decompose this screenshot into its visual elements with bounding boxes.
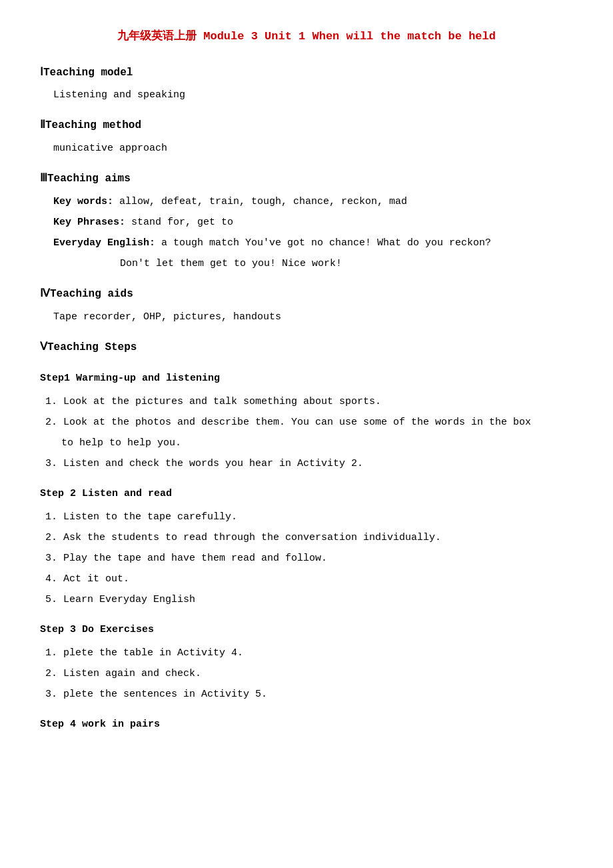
key-phrases-label: Key Phrases: (53, 217, 125, 228)
step3-item-1: 1. plete the table in Activity 4. (45, 644, 573, 662)
step1-item-1: 1. Look at the pictures and talk somethi… (45, 393, 573, 411)
section-teaching-aids-heading: ⅣTeaching aids (40, 285, 573, 304)
everyday-english-line: Everyday English: a tough match You've g… (53, 234, 573, 252)
step3-item-3: 3. plete the sentences in Activity 5. (45, 685, 573, 703)
section-teaching-method-content: municative approach (53, 139, 573, 157)
key-phrases-line: Key Phrases: stand for, get to (53, 213, 573, 231)
step2-item-1: 1. Listen to the tape carefully. (45, 508, 573, 526)
step2-item-2: 2. Ask the students to read through the … (45, 529, 573, 547)
step2-heading: Step 2 Listen and read (40, 485, 573, 503)
section-teaching-model-content: Listening and speaking (53, 86, 573, 104)
section-teaching-method-heading: ⅡTeaching method (40, 116, 573, 135)
key-words-content: allow, defeat, train, tough, chance, rec… (113, 196, 407, 207)
key-words-line: Key words: allow, defeat, train, tough, … (53, 193, 573, 211)
step3-heading: Step 3 Do Exercises (40, 621, 573, 639)
everyday-english-label: Everyday English: (53, 237, 155, 249)
step2-item-4: 4. Act it out. (45, 570, 573, 588)
step1-item-2-continuation: to help to help you. (61, 434, 573, 452)
everyday-english-continuation: Don't let them get to you! Nice work! (120, 255, 573, 273)
step2-item-3: 3. Play the tape and have them read and … (45, 549, 573, 567)
page-title: 九年级英语上册 Module 3 Unit 1 When will the ma… (40, 27, 573, 47)
step2-item-5: 5. Learn Everyday English (45, 591, 573, 609)
section-teaching-model-heading: ⅠTeaching model (40, 63, 573, 83)
step1-item-2: 2. Look at the photos and describe them.… (45, 413, 573, 431)
step4-heading: Step 4 work in pairs (40, 715, 573, 733)
section-teaching-aids-content: Tape recorder, OHP, pictures, handouts (53, 308, 573, 326)
step1-heading: Step1 Warming-up and listening (40, 369, 573, 387)
section-teaching-steps-heading: ⅤTeaching Steps (40, 338, 573, 357)
key-phrases-content: stand for, get to (125, 217, 233, 228)
key-words-label: Key words: (53, 196, 113, 207)
step3-item-2: 2. Listen again and check. (45, 665, 573, 683)
section-teaching-aims-heading: ⅢTeaching aims (40, 169, 573, 189)
step1-item-3: 3. Listen and check the words you hear i… (45, 455, 573, 473)
everyday-english-content: a tough match You've got no chance! What… (155, 237, 491, 249)
